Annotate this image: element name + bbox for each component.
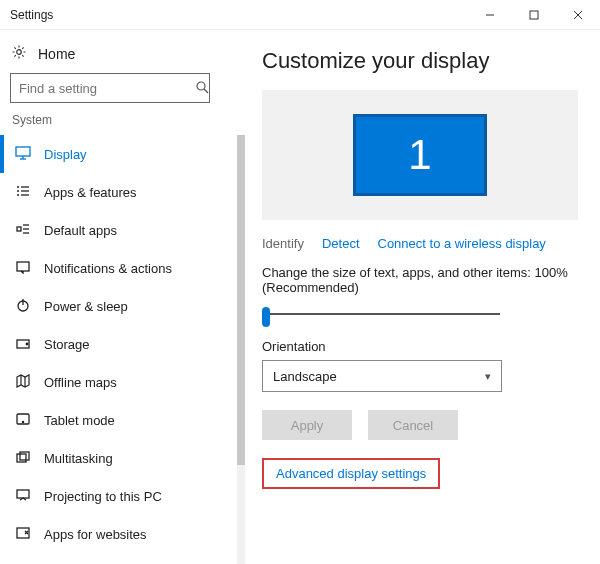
nav-label: Multitasking <box>44 451 113 466</box>
svg-rect-20 <box>17 262 29 271</box>
svg-rect-16 <box>17 227 21 231</box>
nav-label: Storage <box>44 337 90 352</box>
maximize-button[interactable] <box>512 0 556 30</box>
svg-rect-29 <box>17 454 26 462</box>
map-icon <box>12 374 34 391</box>
nav-label: Projecting to this PC <box>44 489 162 504</box>
svg-point-4 <box>17 50 22 55</box>
search-box[interactable] <box>10 73 210 103</box>
chevron-down-icon: ▾ <box>485 370 491 383</box>
section-label: System <box>0 113 248 135</box>
advanced-display-link[interactable]: Advanced display settings <box>276 466 426 481</box>
nav-default-apps[interactable]: Default apps <box>0 211 234 249</box>
detect-link[interactable]: Detect <box>322 236 360 251</box>
storage-icon <box>12 336 34 352</box>
list-icon <box>12 184 34 201</box>
display-arrangement[interactable]: 1 <box>262 90 578 220</box>
defaults-icon <box>12 222 34 239</box>
apps-web-icon <box>12 526 34 542</box>
wireless-display-link[interactable]: Connect to a wireless display <box>378 236 546 251</box>
page-heading: Customize your display <box>262 48 578 74</box>
monitor-icon <box>12 146 34 163</box>
power-icon <box>12 298 34 315</box>
orientation-label: Orientation <box>262 339 578 354</box>
search-input[interactable] <box>11 81 195 96</box>
nav-label: Default apps <box>44 223 117 238</box>
window-title: Settings <box>0 8 53 22</box>
multitask-icon <box>12 450 34 466</box>
window-buttons <box>468 0 600 30</box>
content-pane: Customize your display 1 Identify Detect… <box>248 30 600 564</box>
nav-label: Apps for websites <box>44 527 147 542</box>
nav-list: Display Apps & features Default apps Not… <box>0 135 234 564</box>
svg-point-24 <box>26 343 28 345</box>
nav-power-sleep[interactable]: Power & sleep <box>0 287 234 325</box>
monitor-number: 1 <box>408 131 431 179</box>
svg-rect-30 <box>20 452 29 460</box>
nav-offline-maps[interactable]: Offline maps <box>0 363 234 401</box>
nav-storage[interactable]: Storage <box>0 325 234 363</box>
svg-line-6 <box>204 89 208 93</box>
minimize-button[interactable] <box>468 0 512 30</box>
sidebar-scrollbar[interactable] <box>234 135 248 564</box>
nav-multitasking[interactable]: Multitasking <box>0 439 234 477</box>
left-pane: Home System Display Apps & features <box>0 30 248 564</box>
nav-tablet-mode[interactable]: Tablet mode <box>0 401 234 439</box>
orientation-select[interactable]: Landscape ▾ <box>262 360 502 392</box>
notification-icon <box>12 260 34 277</box>
search-icon <box>195 80 209 97</box>
nav-apps-features[interactable]: Apps & features <box>0 173 234 211</box>
scale-label: Change the size of text, apps, and other… <box>262 265 578 295</box>
nav-display[interactable]: Display <box>0 135 234 173</box>
apply-button[interactable]: Apply <box>262 410 352 440</box>
titlebar: Settings <box>0 0 600 30</box>
gear-icon <box>10 44 28 63</box>
nav-label: Tablet mode <box>44 413 115 428</box>
scale-slider[interactable] <box>262 305 502 323</box>
home-label: Home <box>38 46 75 62</box>
tablet-icon <box>12 412 34 428</box>
nav-notifications[interactable]: Notifications & actions <box>0 249 234 287</box>
nav-apps-websites[interactable]: Apps for websites <box>0 515 234 553</box>
nav-label: Apps & features <box>44 185 137 200</box>
identify-link[interactable]: Identify <box>262 236 304 251</box>
orientation-value: Landscape <box>273 369 337 384</box>
advanced-display-link-highlight: Advanced display settings <box>262 458 440 489</box>
nav-label: Power & sleep <box>44 299 128 314</box>
close-button[interactable] <box>556 0 600 30</box>
nav-label: Display <box>44 147 87 162</box>
monitor-1[interactable]: 1 <box>353 114 487 196</box>
svg-rect-7 <box>16 147 30 156</box>
svg-point-5 <box>197 82 205 90</box>
cancel-button[interactable]: Cancel <box>368 410 458 440</box>
svg-rect-1 <box>530 11 538 19</box>
project-icon <box>12 488 34 504</box>
home-button[interactable]: Home <box>0 30 248 73</box>
nav-label: Offline maps <box>44 375 117 390</box>
svg-point-28 <box>22 421 23 422</box>
nav-projecting[interactable]: Projecting to this PC <box>0 477 234 515</box>
svg-rect-31 <box>17 490 29 498</box>
nav-label: Notifications & actions <box>44 261 172 276</box>
